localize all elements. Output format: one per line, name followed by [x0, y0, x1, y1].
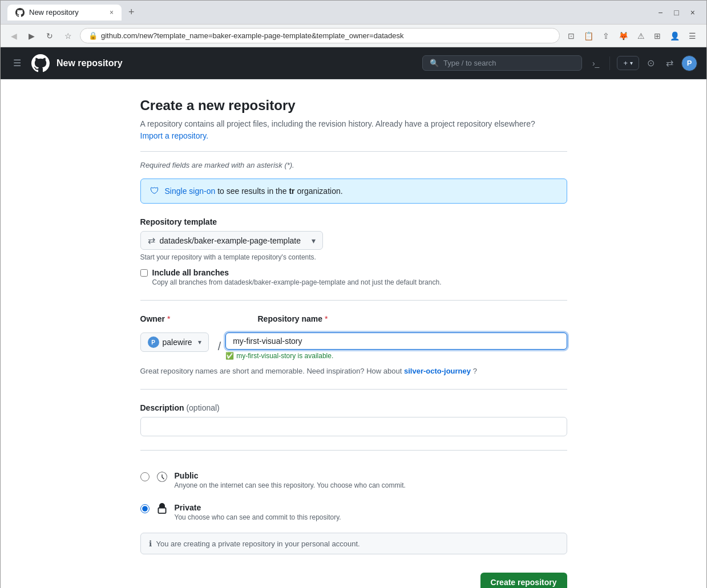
new-tab-button[interactable]: + — [126, 4, 137, 21]
check-circle-icon: ✅ — [225, 352, 234, 360]
back-button[interactable]: ◀ — [7, 29, 21, 43]
sso-org: tr — [289, 186, 294, 196]
repo-name-section: ✅ my-first-visual-story is available. — [225, 332, 567, 360]
chevron-down-icon: ▾ — [630, 60, 633, 66]
include-branches-hint: Copy all branches from datadesk/baker-ex… — [152, 278, 442, 286]
divider-4 — [140, 450, 567, 451]
description-label-text: Description — [140, 403, 184, 412]
owner-select-dropdown[interactable]: P palewire ▾ — [140, 332, 209, 352]
screen-cast-button[interactable]: ⊡ — [564, 29, 578, 43]
description-optional-text: (optional) — [186, 403, 219, 412]
template-icon: ⇄ — [148, 235, 155, 246]
template-section: Repository template ⇄ datadesk/baker-exa… — [140, 217, 567, 286]
divider-2 — [140, 300, 567, 301]
owner-repo-section: Owner * Repository name * — [140, 314, 567, 375]
browser-toolbar: ◀ ▶ ↻ ☆ 🔒 github.com/new?template_name=b… — [1, 24, 706, 47]
divider-3 — [140, 389, 567, 390]
owner-name: palewire — [163, 338, 192, 347]
include-all-branches-checkbox[interactable] — [140, 269, 148, 277]
import-repository-link[interactable]: Import a repository. — [140, 131, 209, 140]
owner-field-label: Owner — [140, 314, 165, 323]
window-maximize[interactable]: □ — [669, 6, 683, 19]
tab-close-button[interactable]: × — [110, 9, 114, 17]
clipboard-button[interactable]: 📋 — [580, 29, 597, 43]
plus-icon: + — [623, 59, 628, 67]
github-search[interactable]: 🔍 Type / to search — [422, 55, 582, 71]
profiles-button[interactable]: 👤 — [666, 29, 683, 43]
template-select-dropdown[interactable]: ⇄ datadesk/baker-example-page-template ▾ — [140, 231, 323, 250]
template-label: Repository template — [140, 217, 567, 226]
terminal-button[interactable]: ›_ — [589, 55, 603, 71]
private-radio[interactable] — [140, 504, 150, 513]
suggestion-text: Great repository names are short and mem… — [140, 367, 567, 375]
owner-field-header: Owner * — [140, 314, 231, 323]
repo-name-input[interactable] — [225, 332, 567, 350]
sso-link[interactable]: Single sign-on — [165, 186, 216, 196]
repo-required-star: * — [325, 314, 328, 323]
bookmark-button[interactable]: ☆ — [61, 29, 75, 43]
description-label: Description (optional) — [140, 403, 567, 412]
browser-tab[interactable]: New repository × — [7, 5, 122, 21]
suggestion-end: ? — [473, 367, 477, 375]
suggestion-prefix: Great repository names are short and mem… — [140, 367, 402, 375]
alert-button[interactable]: ⚠ — [634, 29, 648, 43]
split-view-button[interactable]: ⊞ — [651, 29, 664, 43]
divider-1 — [140, 151, 567, 152]
private-icon — [156, 503, 168, 517]
main-content: Create a new repository A repository con… — [1, 79, 706, 588]
address-bar[interactable]: 🔒 github.com/new?template_name=baker-exa… — [80, 28, 560, 43]
share-button[interactable]: ⇪ — [599, 29, 613, 43]
reload-button[interactable]: ↻ — [43, 29, 56, 43]
template-chevron-icon: ▾ — [312, 236, 316, 245]
visibility-section: Public Anyone on the internet can see th… — [140, 464, 567, 554]
extensions-button[interactable]: 🦊 — [615, 29, 632, 43]
include-branches-row: Include all branches Copy all branches f… — [140, 268, 567, 286]
create-repository-button[interactable]: Create repository — [480, 573, 567, 588]
browser-titlebar: New repository × + − □ × — [1, 1, 706, 24]
template-selected-value: datadesk/baker-example-page-template — [160, 236, 301, 245]
search-placeholder: Type / to search — [443, 59, 496, 67]
owner-repo-input-row: P palewire ▾ / ✅ my-first-visual-story i… — [140, 332, 567, 360]
availability-text: my-first-visual-story is available. — [236, 352, 333, 360]
create-button-row: Create repository — [140, 573, 567, 588]
window-minimize[interactable]: − — [653, 6, 667, 19]
required-note: Required fields are marked with an aster… — [140, 161, 567, 169]
search-icon: 🔍 — [430, 59, 439, 67]
sso-text-end: organization. — [295, 186, 343, 196]
description-section: Description (optional) — [140, 403, 567, 436]
repo-label-container: Repository name * — [258, 314, 567, 328]
public-label: Public — [175, 471, 406, 480]
lock-icon: 🔒 — [88, 31, 98, 40]
public-desc: Anyone on the internet can see this repo… — [175, 481, 406, 489]
notice-info-icon: ℹ — [149, 539, 152, 548]
private-label: Private — [175, 503, 341, 512]
public-radio[interactable] — [140, 472, 150, 481]
github-header-icons: ›_ + ▾ ⊙ ⇄ P — [589, 54, 697, 72]
subtitle-text: A repository contains all project files,… — [140, 119, 535, 128]
forward-button[interactable]: ▶ — [25, 29, 38, 43]
private-notice: ℹ You are creating a private repository … — [140, 533, 567, 554]
pull-requests-button[interactable]: ⇄ — [662, 54, 677, 72]
form-container: Create a new repository A repository con… — [131, 79, 576, 588]
sidebar-toggle-button[interactable]: ☰ — [10, 54, 25, 72]
description-input[interactable] — [140, 417, 567, 436]
menu-button[interactable]: ☰ — [685, 29, 700, 43]
github-header-title: New repository — [56, 58, 123, 68]
window-close[interactable]: × — [686, 6, 700, 19]
suggestion-name-link[interactable]: silver-octo-journey — [404, 367, 471, 375]
owner-avatar: P — [148, 336, 159, 348]
user-avatar[interactable]: P — [681, 55, 697, 71]
github-tab-logo — [15, 8, 25, 17]
github-header: ☰ New repository 🔍 Type / to search ›_ +… — [1, 47, 706, 79]
private-notice-text: You are creating a private repository in… — [156, 540, 360, 548]
private-option: Private You choose who can see and commi… — [140, 496, 567, 528]
create-new-button[interactable]: + ▾ — [617, 56, 639, 70]
owner-required-star: * — [167, 314, 170, 323]
sso-banner: 🛡 Single sign-on to see results in the t… — [140, 179, 567, 204]
include-branches-label[interactable]: Include all branches — [152, 268, 229, 277]
public-icon — [156, 471, 168, 485]
issues-button[interactable]: ⊙ — [644, 54, 658, 72]
owner-section: P palewire ▾ — [140, 332, 209, 352]
owner-repo-labels-row: Owner * Repository name * — [140, 314, 567, 328]
tab-title: New repository — [29, 8, 79, 17]
